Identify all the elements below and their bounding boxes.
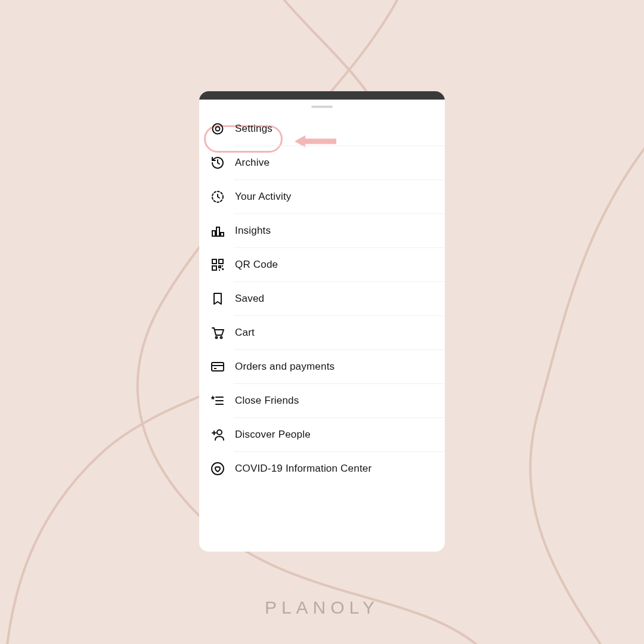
- menu-item-your-activity[interactable]: Your Activity: [199, 179, 445, 213]
- svg-rect-9: [219, 259, 223, 264]
- menu-item-archive[interactable]: Archive: [199, 145, 445, 179]
- clock-icon: [210, 189, 225, 205]
- menu-label: Discover People: [235, 429, 311, 441]
- menu-label: Insights: [235, 225, 271, 237]
- heart-circle-icon: [210, 461, 225, 476]
- menu-item-close-friends[interactable]: Close Friends: [199, 383, 445, 417]
- svg-rect-10: [212, 266, 216, 270]
- add-person-icon: [210, 427, 225, 442]
- menu-item-saved[interactable]: Saved: [199, 281, 445, 315]
- menu-label: Orders and payments: [235, 361, 335, 373]
- cart-icon: [210, 325, 225, 340]
- menu-label: QR Code: [235, 259, 278, 271]
- menu-item-cart[interactable]: Cart: [199, 315, 445, 349]
- status-bar: [199, 91, 445, 100]
- menu-label: Settings: [235, 123, 273, 135]
- menu-item-orders-payments[interactable]: Orders and payments: [199, 349, 445, 383]
- menu-item-covid-info[interactable]: COVID-19 Information Center: [199, 451, 445, 485]
- svg-point-19: [217, 430, 222, 435]
- bottom-sheet: Settings Archive Your Activity Insights: [199, 106, 445, 552]
- planoly-logo: PLANOLY: [265, 597, 379, 618]
- menu-item-discover-people[interactable]: Discover People: [199, 417, 445, 451]
- menu-label: Saved: [235, 293, 264, 305]
- gear-icon: [210, 121, 225, 137]
- credit-card-icon: [210, 359, 225, 374]
- phone-mockup: Settings Archive Your Activity Insights: [199, 91, 445, 552]
- svg-point-22: [212, 463, 224, 475]
- svg-rect-8: [212, 259, 216, 264]
- sheet-handle[interactable]: [311, 106, 333, 108]
- svg-rect-5: [212, 231, 215, 236]
- bar-chart-icon: [210, 223, 225, 239]
- menu-label: COVID-19 Information Center: [235, 463, 371, 475]
- menu-item-settings[interactable]: Settings: [199, 112, 445, 145]
- svg-point-3: [216, 126, 220, 131]
- menu-label: Archive: [235, 157, 270, 169]
- menu-label: Cart: [235, 327, 255, 339]
- svg-point-12: [221, 336, 222, 338]
- svg-rect-6: [216, 227, 219, 236]
- bookmark-icon: [210, 291, 225, 306]
- svg-rect-7: [221, 233, 224, 236]
- list-star-icon: [210, 393, 225, 408]
- menu-label: Close Friends: [235, 395, 299, 407]
- svg-point-11: [216, 336, 218, 338]
- menu-item-insights[interactable]: Insights: [199, 213, 445, 247]
- svg-point-2: [213, 123, 223, 134]
- qr-code-icon: [210, 257, 225, 273]
- menu-item-qr-code[interactable]: QR Code: [199, 247, 445, 281]
- svg-rect-13: [212, 363, 224, 371]
- history-icon: [210, 155, 225, 171]
- menu-label: Your Activity: [235, 191, 292, 203]
